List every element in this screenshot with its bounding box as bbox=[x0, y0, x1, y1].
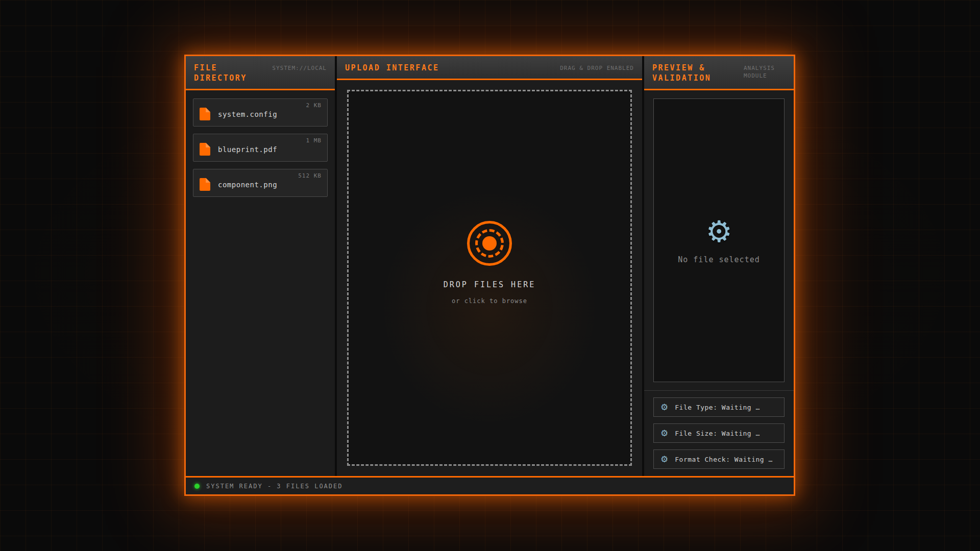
check-label: File Type: Waiting … bbox=[675, 404, 760, 411]
check-row-file-size: ⚙ File Size: Waiting … bbox=[653, 423, 785, 443]
file-size: 512 KB bbox=[298, 172, 322, 179]
file-name: system.config bbox=[218, 110, 277, 118]
file-name: component.png bbox=[218, 181, 277, 189]
file-directory-header: FILE DIRECTORY SYSTEM://LOCAL bbox=[186, 56, 335, 90]
check-row-file-type: ⚙ File Type: Waiting … bbox=[653, 397, 785, 417]
status-ready-dot bbox=[194, 484, 200, 489]
check-label: Format Check: Waiting … bbox=[675, 456, 773, 463]
file-size: 2 KB bbox=[306, 102, 322, 109]
document-icon bbox=[200, 143, 210, 156]
document-icon bbox=[200, 178, 210, 191]
upload-interface-header: UPLOAD INTERFACE DRAG & DROP ENABLED bbox=[337, 56, 642, 80]
file-directory-panel: FILE DIRECTORY SYSTEM://LOCAL system.con… bbox=[186, 56, 335, 476]
file-item-blueprint-pdf[interactable]: blueprint.pdf 1 MB bbox=[193, 134, 328, 162]
file-size: 1 MB bbox=[306, 137, 322, 144]
status-bar: SYSTEM READY - 3 FILES LOADED bbox=[186, 476, 794, 494]
file-dropzone[interactable]: DROP FILES HERE or click to browse bbox=[347, 90, 632, 466]
dropzone-primary-label: DROP FILES HERE bbox=[444, 280, 535, 289]
file-list: system.config 2 KB blueprint.pdf 1 MB co… bbox=[186, 90, 335, 205]
preview-empty-box: ⚙ No file selected bbox=[653, 98, 785, 382]
file-name: blueprint.pdf bbox=[218, 145, 277, 154]
preview-validation-panel: PREVIEW & VALIDATION ANALYSIS MODULE ⚙ N… bbox=[644, 56, 794, 476]
document-icon bbox=[200, 108, 210, 120]
upload-sun-icon-dashes bbox=[475, 229, 504, 258]
upload-interface-panel: UPLOAD INTERFACE DRAG & DROP ENABLED DRO… bbox=[337, 56, 642, 476]
no-file-selected-label: No file selected bbox=[678, 255, 760, 264]
drag-drop-enabled-badge: DRAG & DROP ENABLED bbox=[560, 63, 634, 72]
upload-interface-title: UPLOAD INTERFACE bbox=[345, 63, 439, 73]
preview-validation-header: PREVIEW & VALIDATION ANALYSIS MODULE bbox=[644, 56, 794, 90]
gear-icon: ⚙ bbox=[660, 455, 668, 464]
validation-divider bbox=[644, 390, 794, 391]
upload-sun-icon-core bbox=[482, 236, 497, 251]
upload-sun-icon bbox=[467, 221, 512, 266]
main-content: FILE DIRECTORY SYSTEM://LOCAL system.con… bbox=[186, 56, 794, 476]
gear-icon: ⚙ bbox=[660, 403, 668, 412]
file-upload-window: FILE DIRECTORY SYSTEM://LOCAL system.con… bbox=[184, 55, 795, 496]
check-label: File Size: Waiting … bbox=[675, 430, 760, 437]
analysis-module-badge: ANALYSIS MODULE bbox=[744, 63, 786, 80]
file-directory-subtitle: SYSTEM://LOCAL bbox=[272, 63, 327, 72]
file-directory-title: FILE DIRECTORY bbox=[194, 63, 267, 83]
file-item-component-png[interactable]: component.png 512 KB bbox=[193, 169, 328, 197]
gear-icon: ⚙ bbox=[706, 216, 732, 247]
check-row-format-check: ⚙ Format Check: Waiting … bbox=[653, 449, 785, 469]
dropzone-secondary-label: or click to browse bbox=[452, 297, 527, 305]
preview-validation-title: PREVIEW & VALIDATION bbox=[652, 63, 739, 83]
file-item-system-config[interactable]: system.config 2 KB bbox=[193, 98, 328, 127]
gear-icon: ⚙ bbox=[660, 429, 668, 438]
status-text: SYSTEM READY - 3 FILES LOADED bbox=[206, 483, 343, 490]
